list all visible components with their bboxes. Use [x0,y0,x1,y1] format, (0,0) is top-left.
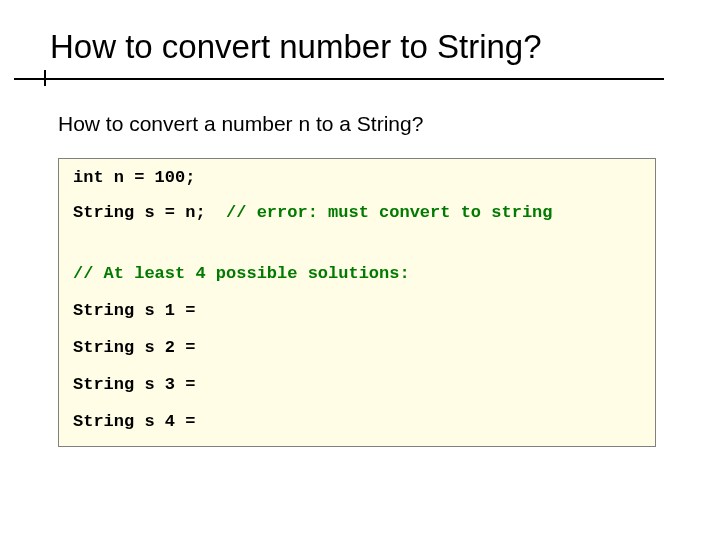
code-comment-error: // error: must convert to string [226,203,552,222]
code-line-1: int n = 100; [73,169,641,186]
code-comment-solutions: // At least 4 possible solutions: [73,265,641,282]
code-line-s2: String s 2 = [73,339,641,356]
code-line-s4: String s 4 = [73,413,641,430]
code-line-s3: String s 3 = [73,376,641,393]
slide: How to convert number to String? How to … [0,0,720,540]
code-line-s1: String s 1 = [73,302,641,319]
code-box: int n = 100; String s = n; // error: mus… [58,158,656,447]
slide-title: How to convert number to String? [50,28,542,66]
title-underline [14,78,664,80]
slide-subtitle: How to convert a number n to a String? [58,112,423,136]
title-tick [44,70,46,86]
code-line-2: String s = n; // error: must convert to … [73,204,641,221]
code-stmt: String s = n; [73,203,226,222]
